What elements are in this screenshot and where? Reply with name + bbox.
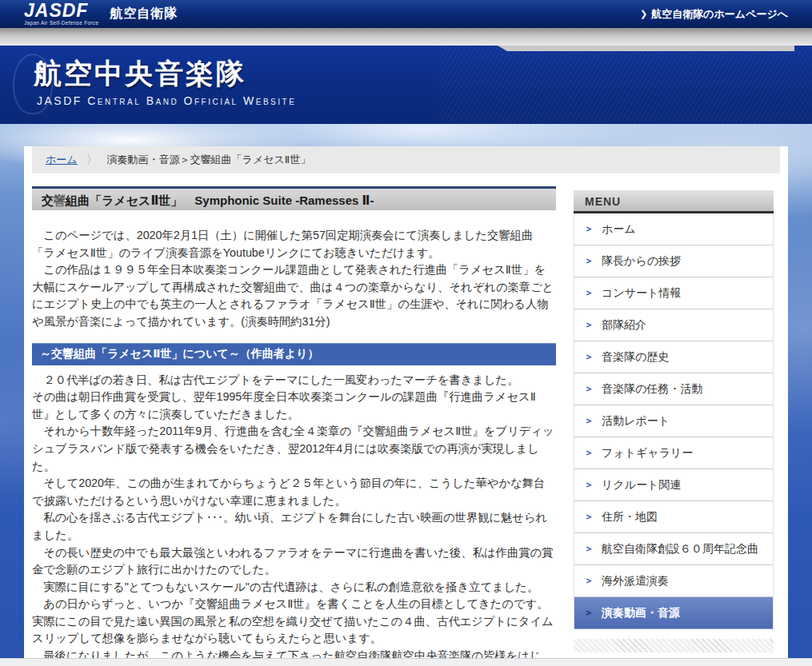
site-title: 航空中央音楽隊 [34,55,246,93]
chevron-right-icon: ＞ [584,318,594,332]
menu-item[interactable]: ＞ 部隊紹介 [574,309,773,341]
menu-item-label: リクルート関連 [602,478,681,493]
article-column: 交響組曲「ラメセスⅡ世」 Symphonic Suite -Ramesses Ⅱ… [32,173,556,658]
site-subtitle: JASDF Central Band Official Website [37,94,296,107]
top-bar: JASDF Japan Air Self-Defense Force 航空自衛隊… [0,0,812,28]
jasdf-logo-subtext: Japan Air Self-Defense Force [24,21,98,26]
menu-item-label: 音楽隊の歴史 [602,350,669,365]
chevron-right-icon: ＞ [584,574,594,588]
menu-item[interactable]: ＞ 活動レポート [574,405,773,437]
chevron-right-icon: ＞ [584,286,594,300]
jasdf-logo-text: JASDF [24,2,98,20]
chevron-right-icon: ＞ [584,254,594,268]
content-panel: ホーム 〉 演奏動画・音源＞交響組曲「ラメセスⅡ世」 交響組曲「ラメセスⅡ世」 … [24,146,788,658]
sidebar: MENU ＞ ホーム ＞ 隊長からの挨拶 [574,173,774,658]
menu-item-label: 活動レポート [602,414,670,429]
menu-item[interactable]: ＞ 音楽隊の歴史 [574,341,773,373]
menu-header: MENU [574,190,774,213]
chevron-right-icon: ＞ [584,478,594,492]
body-paragraph: その長い歴史の中でも最大最強といわれるファラオをテーマに行進曲を書いた後、私は作… [32,544,556,579]
intro-paragraph: このページでは、2020年2月1日（土）に開催した第57回定期演奏会にて演奏しま… [32,227,556,261]
menu-item[interactable]: ＞ 演奏動画・音源 [574,597,773,629]
chevron-right-icon: ＞ [584,510,594,524]
site-banner: 航空中央音楽隊 JASDF Central Band Official Webs… [0,46,812,124]
menu-list: ＞ ホーム ＞ 隊長からの挨拶 ＞ コンサート情報 [574,213,774,629]
menu-item-label: フォトギャラリー [602,446,693,461]
menu-item-label: 音楽隊の任務・活動 [602,382,702,397]
menu-item-label: 海外派遣演奏 [602,574,669,588]
menu-item-label: 部隊紹介 [602,318,646,333]
menu-item[interactable]: ＞ 音楽隊の任務・活動 [574,373,773,405]
menu-item[interactable]: ＞ コンサート情報 [574,277,773,309]
chevron-right-icon: ＞ [584,222,594,236]
chevron-right-icon: ❯ [640,9,647,19]
jasdf-logo[interactable]: JASDF Japan Air Self-Defense Force 航空自衛隊 [24,2,178,26]
header-divider-strip [0,28,812,46]
chevron-right-icon: ＞ [584,350,594,364]
section-heading: ～交響組曲「ラメセスⅡ世」について～（作曲者より） [32,343,556,365]
hatch-decoration [574,639,774,652]
breadcrumb-home-link[interactable]: ホーム [46,153,78,167]
jasdf-logo-japanese: 航空自衛隊 [110,6,178,22]
body-paragraph: そして2020年、この曲が生まれてからちょうど２５年という節目の年に、こうした華… [32,475,556,509]
chevron-right-icon: ＞ [584,446,594,460]
article-body: ２０代半ばの若き日、私は古代エジプトをテーマにした一風変わったマーチを書きました… [32,372,556,658]
menu-item[interactable]: ＞ リクルート関連 [574,469,773,501]
content-row: 交響組曲「ラメセスⅡ世」 Symphonic Suite -Ramesses Ⅱ… [24,173,788,658]
menu-item-label: 隊長からの挨拶 [602,254,681,269]
jasdf-homepage-link[interactable]: ❯ 航空自衛隊のホームページへ [640,7,788,22]
menu-item[interactable]: ＞ 隊長からの挨拶 [574,245,773,277]
breadcrumb-current: 演奏動画・音源＞交響組曲「ラメセスⅡ世」 [107,153,311,167]
menu-item-label: コンサート情報 [602,286,681,301]
menu-item[interactable]: ＞ ホーム [574,213,773,245]
menu-item-label: ホーム [602,222,636,237]
chevron-right-icon: ＞ [584,542,594,556]
body-paragraph: 実際に目にする"とてつもないスケール"の古代遺跡は、さらに私の創造意欲を掻き立て… [32,579,556,596]
body-paragraph: それから十数年経った2011年9月、行進曲を含む全４楽章の『交響組曲ラメセスⅡ世… [32,423,556,475]
body-paragraph: 私の心を揺さぶる古代エジプト･･･。幼い頃、エジプトを舞台にした古い映画の世界観… [32,509,556,544]
body-paragraph: 最後になりましたが、このような機会を与えて下さった航空自衛隊航空中央音楽隊の皆様… [32,648,556,658]
chevron-right-icon: ＞ [584,606,594,620]
body-paragraph: その曲は朝日作曲賞を受賞し、翌年1995年度全日本吹奏楽コンクールの課題曲『行進… [32,389,556,423]
body-paragraph: あの日からずっと、いつか『交響組曲ラメセスⅡ世』を書くことを人生の目標としてきた… [32,596,556,648]
menu-item[interactable]: ＞ 航空自衛隊創設６０周年記念曲 [574,533,773,565]
intro-paragraph: この作品は１９９５年全日本吹奏楽コンクール課題曲として発表された行進曲「ラメセス… [32,261,556,330]
page: JASDF Japan Air Self-Defense Force 航空自衛隊… [0,0,812,666]
menu-item[interactable]: ＞ 海外派遣演奏 [574,565,773,597]
menu-item-label: 航空自衛隊創設６０周年記念曲 [602,542,758,556]
menu-item-label: 演奏動画・音源 [602,606,680,620]
banner-notch-decoration [498,46,794,51]
sky-background: ホーム 〉 演奏動画・音源＞交響組曲「ラメセスⅡ世」 交響組曲「ラメセスⅡ世」 … [0,124,812,666]
menu-item-label: 住所・地図 [602,510,658,524]
breadcrumb: ホーム 〉 演奏動画・音源＞交響組曲「ラメセスⅡ世」 [32,146,780,173]
footer-strip [0,658,812,666]
breadcrumb-chevron-icon: 〉 [86,153,98,168]
page-title: 交響組曲「ラメセスⅡ世」 Symphonic Suite -Ramesses Ⅱ… [32,186,556,210]
chevron-right-icon: ＞ [584,414,594,428]
chevron-right-icon: ＞ [584,382,594,396]
menu-item[interactable]: ＞ フォトギャラリー [574,437,773,469]
jasdf-homepage-link-label: 航空自衛隊のホームページへ [651,7,788,22]
menu-item[interactable]: ＞ 住所・地図 [574,501,773,533]
article-intro: このページでは、2020年2月1日（土）に開催した第57回定期演奏会にて演奏しま… [32,227,556,331]
body-paragraph: ２０代半ばの若き日、私は古代エジプトをテーマにした一風変わったマーチを書きました… [32,372,556,389]
